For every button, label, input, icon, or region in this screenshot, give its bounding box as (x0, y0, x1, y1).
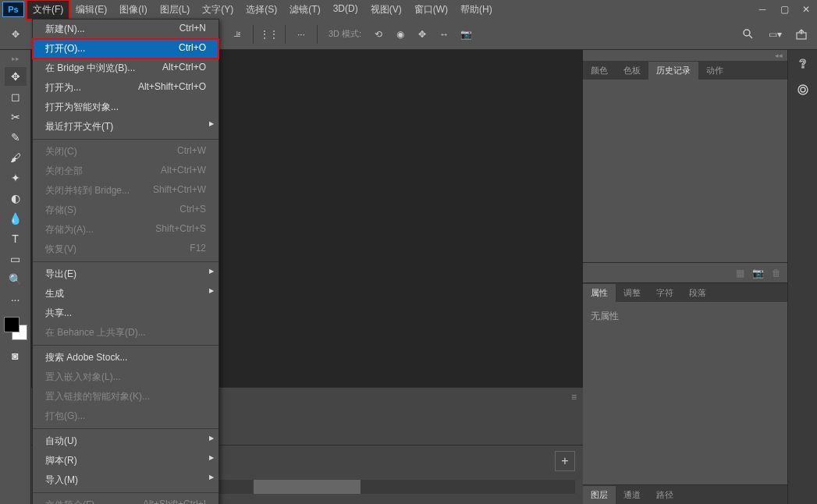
more-tools[interactable]: ··· (5, 290, 27, 309)
healing-tool[interactable]: ✦ (5, 169, 27, 187)
3d-pan-icon[interactable]: ✥ (413, 25, 432, 44)
tab-layers[interactable]: 图层 (583, 486, 616, 504)
file-menu-item-15[interactable]: 生成 (33, 284, 218, 303)
tab-actions[interactable]: 动作 (698, 62, 731, 80)
menu-3d[interactable]: 3D(D) (327, 0, 364, 20)
eyedropper-tool[interactable]: ✎ (5, 128, 27, 147)
file-menu-dropdown: 新建(N)...Ctrl+N打开(O)...Ctrl+O在 Bridge 中浏览… (32, 19, 219, 504)
file-menu-item-20: 置入嵌入对象(L)... (33, 367, 218, 387)
menu-help[interactable]: 帮助(H) (454, 0, 499, 20)
close-button[interactable]: ✕ (795, 0, 817, 19)
tab-history[interactable]: 历史记录 (648, 62, 698, 80)
menu-filter[interactable]: 滤镜(T) (283, 0, 326, 20)
panel-row1-tabs: 颜色 色板 历史记录 动作 (583, 61, 787, 80)
expand-icon[interactable]: ◂◂ (583, 50, 787, 61)
minimize-button[interactable]: ─ (751, 0, 773, 19)
search-icon[interactable] (739, 25, 758, 44)
menu-window[interactable]: 窗口(W) (408, 0, 454, 20)
menu-view[interactable]: 视图(V) (364, 0, 408, 20)
properties-panel-body: 无属性 (583, 302, 787, 485)
shape-tool[interactable]: ▭ (5, 250, 27, 268)
file-menu-item-26[interactable]: 导入(M) (33, 470, 218, 490)
more-icon[interactable]: ··· (292, 25, 311, 44)
file-menu-item-10: 存储(S)Ctrl+S (33, 201, 218, 220)
workspace-icon[interactable]: ▭▾ (765, 25, 784, 44)
file-menu-item-12: 恢复(V)F12 (33, 240, 218, 259)
file-menu-item-28: 文件简介(F)...Alt+Shift+Ctrl+I (33, 495, 218, 504)
share-icon[interactable] (792, 25, 811, 44)
zoom-tool[interactable]: 🔍 (5, 270, 27, 289)
file-menu-item-4[interactable]: 打开为智能对象... (33, 98, 218, 117)
file-menu-item-8: 关闭全部Alt+Ctrl+W (33, 161, 218, 181)
file-menu-item-1[interactable]: 打开(O)...Ctrl+O (33, 39, 218, 59)
tab-color[interactable]: 颜色 (583, 62, 616, 80)
3d-zoom-icon[interactable]: 📷 (456, 25, 475, 44)
menu-image[interactable]: 图像(I) (113, 0, 153, 20)
file-menu-item-2[interactable]: 在 Bridge 中浏览(B)...Alt+Ctrl+O (33, 59, 218, 78)
learn-icon[interactable] (796, 58, 810, 72)
svg-point-3 (798, 85, 808, 94)
file-menu-item-7: 关闭(C)Ctrl+W (33, 142, 218, 161)
align-bottom-icon[interactable]: ⫡ (228, 25, 247, 44)
tab-character[interactable]: 字符 (648, 284, 681, 302)
svg-point-4 (801, 87, 805, 92)
collapse-icon[interactable]: ▸▸ (12, 55, 20, 62)
3d-slide-icon[interactable]: ↔ (435, 25, 453, 44)
menu-select[interactable]: 选择(S) (240, 0, 283, 20)
svg-line-1 (749, 35, 752, 38)
file-menu-item-0[interactable]: 新建(N)...Ctrl+N (33, 20, 218, 39)
menu-layer[interactable]: 图层(L) (154, 0, 197, 20)
tab-swatches[interactable]: 色板 (616, 62, 648, 80)
file-menu-item-25[interactable]: 脚本(R) (33, 451, 218, 470)
trash-icon[interactable]: 🗑 (772, 268, 781, 279)
move-tool-icon[interactable]: ✥ (6, 25, 25, 44)
file-menu-item-22: 打包(G)... (33, 406, 218, 426)
tab-properties[interactable]: 属性 (583, 284, 616, 302)
file-menu-item-14[interactable]: 导出(E) (33, 264, 218, 284)
marquee-tool[interactable]: ◻ (5, 87, 27, 106)
crop-tool[interactable]: ✂ (5, 108, 27, 126)
file-menu-item-3[interactable]: 打开为...Alt+Shift+Ctrl+O (33, 78, 218, 98)
cc-libraries-icon[interactable] (796, 83, 810, 97)
file-menu-item-19[interactable]: 搜索 Adobe Stock... (33, 348, 218, 367)
camera-icon[interactable]: 📷 (752, 268, 764, 279)
maximize-button[interactable]: ▢ (773, 0, 795, 19)
menubar: 文件(F) 编辑(E) 图像(I) 图层(L) 文字(Y) 选择(S) 滤镜(T… (27, 0, 751, 20)
panel-menu-icon[interactable]: ≡ (571, 392, 577, 403)
tab-paths[interactable]: 路径 (648, 486, 681, 504)
file-menu-item-11: 存储为(A)...Shift+Ctrl+S (33, 220, 218, 240)
3d-orbit-icon[interactable]: ⟲ (369, 25, 388, 44)
menu-type[interactable]: 文字(Y) (196, 0, 240, 20)
blur-tool[interactable]: 💧 (5, 209, 27, 228)
panel-row2-tabs: 属性 调整 字符 段落 (583, 283, 787, 302)
tab-channels[interactable]: 通道 (616, 486, 648, 504)
add-track-button[interactable]: + (555, 451, 575, 471)
file-menu-item-24[interactable]: 自动(U) (33, 431, 218, 451)
menu-file[interactable]: 文件(F) (27, 0, 69, 20)
gradient-tool[interactable]: ◐ (5, 189, 27, 208)
file-menu-item-9: 关闭并转到 Bridge...Shift+Ctrl+W (33, 181, 218, 201)
brush-tool[interactable]: 🖌 (5, 148, 27, 167)
tab-adjustments[interactable]: 调整 (616, 284, 648, 302)
history-panel-body (583, 80, 787, 263)
foreground-background-colors[interactable] (4, 317, 27, 340)
menu-edit[interactable]: 编辑(E) (69, 0, 113, 20)
file-menu-item-21: 置入链接的智能对象(K)... (33, 387, 218, 406)
tab-paragraph[interactable]: 段落 (681, 284, 714, 302)
svg-point-0 (744, 30, 750, 36)
panel-row3-tabs: 图层 通道 路径 (583, 485, 787, 504)
3d-mode-label: 3D 模式: (324, 28, 366, 40)
3d-roll-icon[interactable]: ◉ (391, 25, 410, 44)
file-menu-item-17: 在 Behance 上共享(D)... (33, 323, 218, 343)
app-logo: Ps (2, 2, 24, 17)
toolbox: ▸▸ ✥ ◻ ✂ ✎ 🖌 ✦ ◐ 💧 T ▭ 🔍 ··· ◙ (0, 50, 31, 504)
no-properties-label: 无属性 (583, 302, 787, 331)
move-tool[interactable]: ✥ (5, 67, 27, 86)
distribute-icon[interactable]: ⋮⋮ (260, 25, 279, 44)
file-menu-item-5[interactable]: 最近打开文件(T) (33, 117, 218, 137)
type-tool[interactable]: T (5, 229, 27, 248)
quickmask-tool[interactable]: ◙ (5, 346, 27, 365)
new-doc-icon[interactable]: ▦ (736, 268, 744, 279)
file-menu-item-16[interactable]: 共享... (33, 303, 218, 323)
